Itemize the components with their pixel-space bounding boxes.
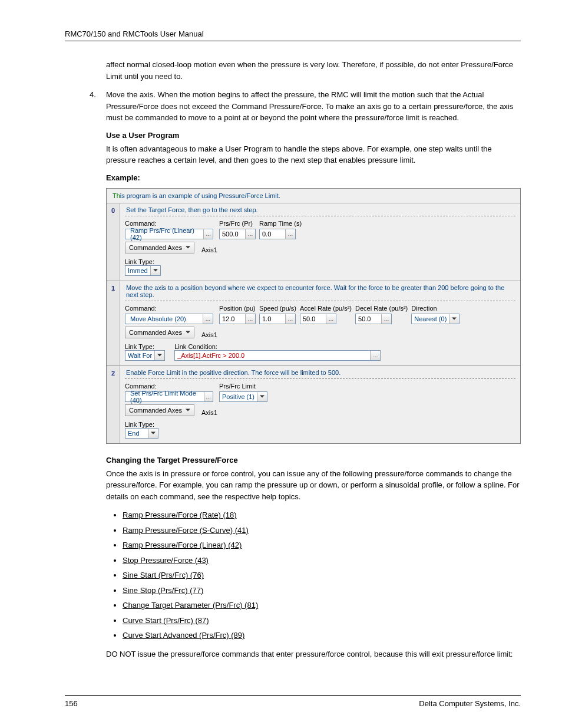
step-1-p1-val: 1.0: [260, 315, 282, 322]
list-item: Curve Start (Prs/Frc) (87): [123, 615, 521, 627]
cmd-link-3[interactable]: Stop Pressure/Force (43): [123, 556, 209, 565]
step-2-linktype-val: End: [125, 430, 148, 437]
header: RMC70/150 and RMCTools User Manual: [65, 29, 521, 41]
step-1-cmd-val: Move Absolute (20): [128, 315, 189, 322]
step-2-cmd-val: Set Prs/Frc Limit Mode (40): [128, 390, 204, 404]
chevron-down-icon[interactable]: [148, 429, 158, 438]
step-0-p1-val: 0.0: [260, 230, 282, 238]
ellipsis-icon[interactable]: …: [326, 314, 336, 324]
step-1-p2[interactable]: 50.0 …: [300, 314, 336, 324]
use-body: It is often advantageous to make a User …: [71, 143, 521, 166]
step-1-desc: Move the axis to a position beyond where…: [125, 281, 515, 301]
ellipsis-icon[interactable]: …: [370, 351, 380, 360]
axis1-txt: Axis1: [198, 331, 217, 338]
step-1-direction-val: Nearest (0): [412, 315, 449, 322]
list-item: Ramp Pressure/Force (Rate) (18): [123, 509, 521, 521]
step-1: 1 Move the axis to a position beyond whe…: [107, 281, 520, 365]
cmd-link-1[interactable]: Ramp Pressure/Force (S-Curve) (41): [123, 526, 249, 535]
cmd-link-6[interactable]: Change Target Parameter (Prs/Frc) (81): [123, 601, 258, 610]
lbl-position: Position (pu): [219, 305, 256, 312]
list-item-4: 4. Move the axis. When the motion begins…: [90, 89, 521, 124]
lbl-prsfrclimit: Prs/Frc Limit: [219, 383, 267, 390]
step-2-cmd[interactable]: Set Prs/Frc Limit Mode (40) …: [125, 391, 213, 402]
step-0-p1[interactable]: 0.0 …: [259, 229, 296, 239]
lbl-accel: Accel Rate (pu/s²): [300, 305, 352, 312]
chevron-down-icon: [186, 331, 190, 334]
chevron-down-icon[interactable]: [154, 351, 164, 360]
ellipsis-icon[interactable]: …: [204, 392, 213, 401]
changing-body: Once the axis is in pressure or force co…: [71, 468, 521, 503]
lbl-command: Command:: [125, 220, 213, 227]
lbl-decel: Decel Rate (pu/s²): [355, 305, 408, 312]
program-table: This program is an example of using Pres…: [106, 188, 521, 444]
cmd-link-2[interactable]: Ramp Pressure/Force (Linear) (42): [123, 541, 242, 549]
ellipsis-icon[interactable]: …: [381, 314, 391, 324]
step-2-prsfrclimit-val: Positive (1): [220, 393, 257, 400]
linktype-lbl: Link Type:: [125, 343, 165, 350]
cmdaxes-lbl: Commanded Axes: [129, 407, 182, 414]
step-1-linktype[interactable]: Wait For: [125, 350, 165, 361]
ellipsis-icon[interactable]: …: [203, 229, 213, 239]
list-item: Stop Pressure/Force (43): [123, 555, 521, 566]
list-item: Curve Start Advanced (Prs/Frc) (89): [123, 630, 521, 641]
cmdaxes-lbl: Commanded Axes: [129, 244, 182, 251]
lbl-command: Command:: [125, 305, 213, 312]
cmd-link-5[interactable]: Sine Stop (Prs/Frc) (77): [123, 586, 203, 595]
step-1-p1[interactable]: 1.0 …: [259, 314, 296, 324]
step-1-p3[interactable]: 50.0 …: [355, 314, 392, 324]
step-0-cmd[interactable]: Ramp Prs/Frc (Linear) (42) …: [125, 229, 213, 239]
ellipsis-icon[interactable]: …: [245, 229, 255, 239]
list-item: Ramp Pressure/Force (Linear) (42): [123, 539, 521, 551]
chevron-down-icon[interactable]: [257, 392, 267, 401]
axis1-txt: Axis1: [198, 409, 217, 416]
step-1-p2-val: 50.0: [300, 315, 323, 322]
list-item: Change Target Parameter (Prs/Frc) (81): [123, 599, 521, 611]
step-0-linktype[interactable]: Immed: [125, 265, 161, 276]
company-name: Delta Computer Systems, Inc.: [419, 699, 521, 708]
step-0-cmd-val: Ramp Prs/Frc (Linear) (42): [128, 227, 203, 241]
program-title-rest: is program is an example of using Pressu…: [120, 192, 280, 199]
step-0-desc: Set the Target Force, then go to the nex…: [125, 203, 515, 216]
lbl-command: Command:: [125, 383, 213, 390]
chevron-down-icon[interactable]: [449, 314, 459, 324]
cmd-link-7[interactable]: Curve Start (Prs/Frc) (87): [123, 616, 209, 625]
step-0-p0-val: 500.0: [220, 230, 242, 238]
list-item: Ramp Pressure/Force (S-Curve) (41): [123, 525, 521, 536]
step-0-num: 0: [107, 203, 120, 281]
cmd-link-4[interactable]: Sine Start (Prs/Frc) (76): [123, 571, 204, 579]
step-1-num: 1: [107, 281, 120, 365]
chevron-down-icon: [186, 246, 190, 249]
ellipsis-icon[interactable]: …: [285, 314, 295, 324]
chevron-down-icon: [186, 409, 190, 412]
step-2-prsfrclimit[interactable]: Positive (1): [219, 391, 267, 402]
commanded-axes-btn[interactable]: Commanded Axes: [125, 242, 194, 253]
step-1-linkcond[interactable]: _Axis[1].ActFrc > 200.0 …: [174, 350, 381, 361]
commanded-axes-btn[interactable]: Commanded Axes: [125, 327, 194, 338]
step-1-linktype-val: Wait For: [125, 352, 154, 359]
page-number: 156: [65, 699, 78, 708]
linktype-lbl: Link Type:: [125, 421, 515, 428]
list-item: Sine Start (Prs/Frc) (76): [123, 569, 521, 581]
step-1-cmd[interactable]: Move Absolute (20) …: [125, 314, 213, 324]
ellipsis-icon[interactable]: …: [203, 314, 213, 324]
step-1-linkcond-val: _Axis[1].ActFrc > 200.0: [175, 352, 247, 359]
chevron-down-icon[interactable]: [150, 266, 160, 275]
step-1-direction[interactable]: Nearest (0): [411, 314, 459, 324]
step-2-desc: Enable Force Limit in the positive direc…: [125, 366, 515, 379]
step-2-linktype[interactable]: End: [125, 428, 158, 439]
list-item: Sine Stop (Prs/Frc) (77): [123, 585, 521, 597]
program-title-th: Th: [113, 192, 120, 199]
step-1-p0[interactable]: 12.0 …: [219, 314, 256, 324]
ellipsis-icon[interactable]: …: [285, 229, 295, 239]
lbl-speed: Speed (pu/s): [259, 305, 296, 312]
changing-head: Changing the Target Pressure/Force: [106, 456, 521, 465]
step-2-num: 2: [107, 366, 120, 443]
step-2: 2 Enable Force Limit in the positive dir…: [107, 365, 520, 443]
step-1-p0-val: 12.0: [220, 315, 242, 322]
ellipsis-icon[interactable]: …: [245, 314, 255, 324]
cmd-link-8[interactable]: Curve Start Advanced (Prs/Frc) (89): [123, 631, 244, 640]
cmd-link-0[interactable]: Ramp Pressure/Force (Rate) (18): [123, 510, 237, 519]
step-0-p0[interactable]: 500.0 …: [219, 229, 256, 239]
lbl-prsfrc: Prs/Frc (Pr): [219, 220, 256, 227]
commanded-axes-btn[interactable]: Commanded Axes: [125, 404, 194, 416]
